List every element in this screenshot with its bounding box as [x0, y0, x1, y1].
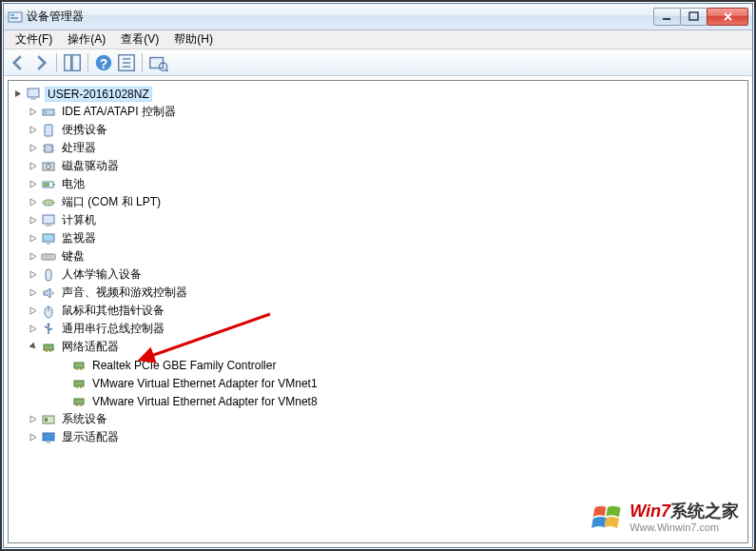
svg-marker-55: [30, 307, 36, 314]
tree-item[interactable]: 鼠标和其他指针设备: [10, 302, 746, 320]
tree-item[interactable]: VMware Virtual Ethernet Adapter for VMne…: [10, 392, 746, 410]
collapse-icon[interactable]: [12, 89, 24, 100]
tree-item[interactable]: VMware Virtual Ethernet Adapter for VMne…: [10, 374, 746, 392]
expand-icon[interactable]: [28, 251, 39, 263]
tree-item[interactable]: 磁盘驱动器: [10, 157, 746, 175]
titlebar: 设备管理器: [4, 4, 752, 30]
tree-root[interactable]: USER-20161028NZ: [10, 85, 746, 103]
svg-marker-33: [30, 181, 36, 187]
root-label: USER-20161028NZ: [45, 87, 152, 102]
tree-item[interactable]: 端口 (COM 和 LPT): [10, 193, 746, 211]
tree-item[interactable]: 监视器: [10, 229, 746, 247]
svg-marker-58: [30, 325, 36, 332]
menu-help[interactable]: 帮助(H): [166, 30, 221, 49]
svg-rect-65: [74, 363, 84, 368]
svg-rect-71: [74, 399, 84, 404]
tree-item[interactable]: 声音、视频和游戏控制器: [10, 284, 746, 302]
expand-icon[interactable]: [28, 107, 39, 118]
item-label: 声音、视频和游戏控制器: [60, 285, 189, 301]
tree-item[interactable]: 便携设备: [10, 121, 746, 139]
item-label: 磁盘驱动器: [60, 158, 121, 174]
menu-view[interactable]: 查看(V): [113, 30, 166, 49]
ide-icon: [41, 105, 56, 120]
tree-item[interactable]: IDE ATA/ATAPI 控制器: [10, 103, 746, 121]
portable-icon: [41, 123, 56, 138]
expand-icon[interactable]: [28, 287, 39, 299]
svg-rect-1: [10, 14, 14, 16]
svg-rect-36: [44, 183, 49, 187]
item-label: VMware Virtual Ethernet Adapter for VMne…: [90, 377, 320, 390]
watermark: Win7系统之家 Www.Winwin7.com: [591, 502, 739, 534]
computer-icon: [41, 213, 56, 228]
svg-rect-4: [689, 12, 698, 20]
item-label: 便携设备: [60, 122, 109, 138]
svg-marker-24: [30, 145, 36, 151]
expand-icon[interactable]: [28, 161, 39, 172]
svg-text:?: ?: [100, 56, 107, 70]
watermark-title: Win7系统之家: [630, 502, 739, 521]
forward-button[interactable]: [30, 52, 51, 73]
tree-item[interactable]: 计算机: [10, 211, 746, 229]
close-button[interactable]: [707, 8, 748, 26]
svg-rect-35: [53, 184, 55, 186]
minimize-button[interactable]: [653, 8, 681, 26]
svg-rect-64: [49, 350, 51, 352]
svg-marker-42: [30, 217, 36, 224]
monitor-icon: [41, 231, 56, 246]
tree-category-network[interactable]: 网络适配器: [10, 338, 746, 356]
tree-item[interactable]: 通用串行总线控制器: [10, 320, 746, 338]
cpu-icon: [41, 141, 56, 156]
network-icon: [71, 358, 87, 373]
svg-rect-2: [10, 17, 18, 19]
menu-file[interactable]: 文件(F): [8, 30, 60, 49]
mouse-icon: [41, 304, 56, 319]
svg-rect-75: [43, 416, 54, 423]
tree-item[interactable]: 键盘: [10, 247, 746, 266]
svg-rect-43: [43, 215, 54, 224]
menu-action[interactable]: 操作(A): [60, 30, 113, 49]
svg-point-40: [48, 202, 49, 204]
tree-item[interactable]: Realtek PCIe GBE Family Controller: [10, 356, 746, 374]
svg-rect-5: [65, 54, 71, 70]
expand-icon[interactable]: [28, 324, 39, 335]
tree-item[interactable]: 处理器: [10, 139, 746, 157]
network-icon: [71, 376, 87, 391]
expand-icon[interactable]: [28, 414, 39, 425]
expand-icon[interactable]: [28, 143, 39, 154]
device-tree[interactable]: USER-20161028NZ IDE ATA/ATAPI 控制器便携设备处理器…: [8, 80, 748, 543]
item-label: 人体学输入设备: [60, 266, 144, 283]
expand-icon[interactable]: [28, 125, 39, 136]
svg-marker-52: [30, 271, 36, 278]
expand-icon[interactable]: [28, 305, 39, 317]
properties-button[interactable]: [116, 52, 137, 73]
item-label: 处理器: [60, 140, 98, 156]
expand-icon[interactable]: [28, 197, 39, 208]
tree-item[interactable]: 人体学输入设备: [10, 266, 746, 284]
expander-spacer: [58, 396, 69, 407]
expand-icon[interactable]: [28, 269, 39, 281]
svg-marker-19: [30, 108, 36, 115]
battery-icon: [41, 177, 56, 192]
system-icon: [41, 412, 56, 427]
maximize-button[interactable]: [680, 8, 708, 26]
item-label: 键盘: [60, 248, 87, 265]
svg-rect-6: [72, 54, 80, 70]
item-label: 计算机: [60, 212, 98, 228]
tree-item[interactable]: 系统设备: [10, 410, 746, 428]
tree-item[interactable]: 电池: [10, 175, 746, 193]
expand-icon[interactable]: [28, 432, 39, 443]
show-hide-button[interactable]: [62, 52, 83, 73]
expand-icon[interactable]: [28, 215, 39, 226]
scan-button[interactable]: [147, 52, 168, 73]
menubar: 文件(F) 操作(A) 查看(V) 帮助(H): [4, 30, 752, 49]
back-button[interactable]: [8, 52, 29, 73]
collapse-icon[interactable]: [28, 342, 39, 353]
item-label: 监视器: [60, 230, 98, 246]
tree-item[interactable]: 显示适配器: [10, 428, 746, 446]
window-controls: [654, 8, 748, 26]
help-button[interactable]: ?: [93, 52, 114, 73]
tree-container: USER-20161028NZ IDE ATA/ATAPI 控制器便携设备处理器…: [4, 76, 752, 547]
expand-icon[interactable]: [28, 233, 39, 245]
expand-icon[interactable]: [28, 179, 39, 190]
item-label: VMware Virtual Ethernet Adapter for VMne…: [90, 395, 320, 408]
